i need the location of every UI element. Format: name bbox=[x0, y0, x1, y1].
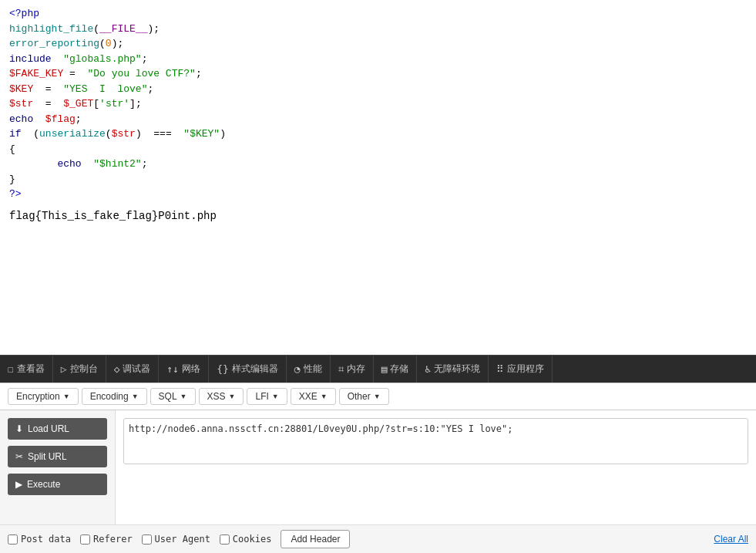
clear-all-button[interactable]: Clear All bbox=[714, 534, 748, 545]
load-url-button[interactable]: ⬇ Load URL bbox=[8, 418, 107, 440]
post-data-checkbox[interactable] bbox=[8, 534, 18, 545]
network-label: 网络 bbox=[182, 362, 200, 376]
referer-checkbox[interactable] bbox=[80, 534, 90, 545]
sql-menu[interactable]: SQL ▼ bbox=[150, 388, 196, 405]
load-url-icon: ⬇ bbox=[15, 423, 23, 434]
inspector-icon: ☐ bbox=[8, 363, 14, 375]
cookies-checkbox-label[interactable]: Cookies bbox=[220, 534, 272, 545]
performance-icon: ◔ bbox=[294, 363, 301, 375]
add-header-button[interactable]: Add Header bbox=[281, 530, 350, 548]
other-menu[interactable]: Other ▼ bbox=[339, 388, 389, 405]
post-data-label: Post data bbox=[21, 534, 71, 545]
debugger-icon: ◇ bbox=[114, 363, 120, 375]
devtools-tab-debugger[interactable]: ◇ 调试器 bbox=[106, 356, 160, 383]
application-label: 应用程序 bbox=[507, 362, 544, 376]
left-actions: ⬇ Load URL ✂ Split URL ▶ Execute bbox=[0, 410, 116, 524]
other-arrow-icon: ▼ bbox=[374, 393, 381, 400]
devtools-tab-style-editor[interactable]: {} 样式编辑器 bbox=[209, 356, 287, 383]
devtools-tab-inspector[interactable]: ☐ 查看器 bbox=[0, 356, 53, 383]
bottom-bar: Post data Referer User Agent Cookies Add… bbox=[0, 524, 756, 553]
style-editor-icon: {} bbox=[217, 363, 229, 375]
inspector-label: 查看器 bbox=[17, 362, 45, 376]
devtools-tab-network[interactable]: ↑↓ 网络 bbox=[159, 356, 209, 383]
cookies-checkbox[interactable] bbox=[220, 534, 230, 545]
split-url-icon: ✂ bbox=[15, 451, 23, 462]
cookies-label: Cookies bbox=[233, 534, 272, 545]
debugger-label: 调试器 bbox=[123, 362, 150, 376]
style-editor-label: 样式编辑器 bbox=[232, 362, 278, 376]
xxe-arrow-icon: ▼ bbox=[321, 393, 328, 400]
flag-output: flag{This_is_fake_flag}P0int.php bbox=[9, 208, 747, 224]
application-icon: ⠿ bbox=[496, 363, 504, 375]
referer-label: Referer bbox=[93, 534, 133, 545]
memory-label: 内存 bbox=[347, 362, 365, 376]
sql-arrow-icon: ▼ bbox=[180, 393, 187, 400]
url-area bbox=[116, 410, 756, 524]
network-icon: ↑↓ bbox=[166, 363, 179, 375]
performance-label: 性能 bbox=[304, 362, 322, 376]
content-area: ⬇ Load URL ✂ Split URL ▶ Execute bbox=[0, 410, 756, 524]
tool-panel: Encryption ▼ Encoding ▼ SQL ▼ XSS ▼ LFI … bbox=[0, 383, 756, 553]
xxe-menu[interactable]: XXE ▼ bbox=[291, 388, 336, 405]
storage-icon: ▤ bbox=[381, 363, 388, 375]
encryption-arrow-icon: ▼ bbox=[63, 393, 70, 400]
devtools-tab-storage[interactable]: ▤ 存储 bbox=[374, 356, 418, 383]
devtools-bar: ☐ 查看器 ▷ 控制台 ◇ 调试器 ↑↓ 网络 {} 样式编辑器 ◔ 性能 ⌗ … bbox=[0, 355, 756, 383]
memory-icon: ⌗ bbox=[338, 363, 344, 376]
execute-icon: ▶ bbox=[15, 479, 22, 490]
referer-checkbox-label[interactable]: Referer bbox=[80, 534, 133, 545]
console-label: 控制台 bbox=[70, 362, 98, 376]
devtools-tab-console[interactable]: ▷ 控制台 bbox=[53, 356, 106, 383]
encryption-menu[interactable]: Encryption ▼ bbox=[8, 388, 79, 405]
console-icon: ▷ bbox=[61, 363, 67, 375]
lfi-arrow-icon: ▼ bbox=[272, 393, 279, 400]
encoding-arrow-icon: ▼ bbox=[132, 393, 139, 400]
user-agent-checkbox[interactable] bbox=[142, 534, 152, 545]
accessibility-label: 无障碍环境 bbox=[434, 362, 480, 376]
accessibility-icon: ♿ bbox=[425, 363, 431, 375]
execute-button[interactable]: ▶ Execute bbox=[8, 474, 107, 495]
post-data-checkbox-label[interactable]: Post data bbox=[8, 534, 71, 545]
lfi-menu[interactable]: LFI ▼ bbox=[247, 388, 287, 405]
encoding-menu[interactable]: Encoding ▼ bbox=[82, 388, 147, 405]
url-input[interactable] bbox=[123, 418, 748, 464]
devtools-tab-performance[interactable]: ◔ 性能 bbox=[287, 356, 331, 383]
user-agent-checkbox-label[interactable]: User Agent bbox=[142, 534, 210, 545]
split-url-button[interactable]: ✂ Split URL bbox=[8, 446, 107, 467]
devtools-tab-application[interactable]: ⠿ 应用程序 bbox=[489, 356, 553, 383]
menu-bar: Encryption ▼ Encoding ▼ SQL ▼ XSS ▼ LFI … bbox=[0, 383, 756, 410]
devtools-tab-memory[interactable]: ⌗ 内存 bbox=[331, 356, 374, 383]
xss-menu[interactable]: XSS ▼ bbox=[199, 388, 244, 405]
user-agent-label: User Agent bbox=[155, 534, 210, 545]
code-area: <?php highlight_file(__FILE__); error_re… bbox=[0, 0, 756, 355]
devtools-tab-accessibility[interactable]: ♿ 无障碍环境 bbox=[417, 356, 489, 383]
storage-label: 存储 bbox=[390, 362, 408, 376]
xss-arrow-icon: ▼ bbox=[229, 393, 236, 400]
